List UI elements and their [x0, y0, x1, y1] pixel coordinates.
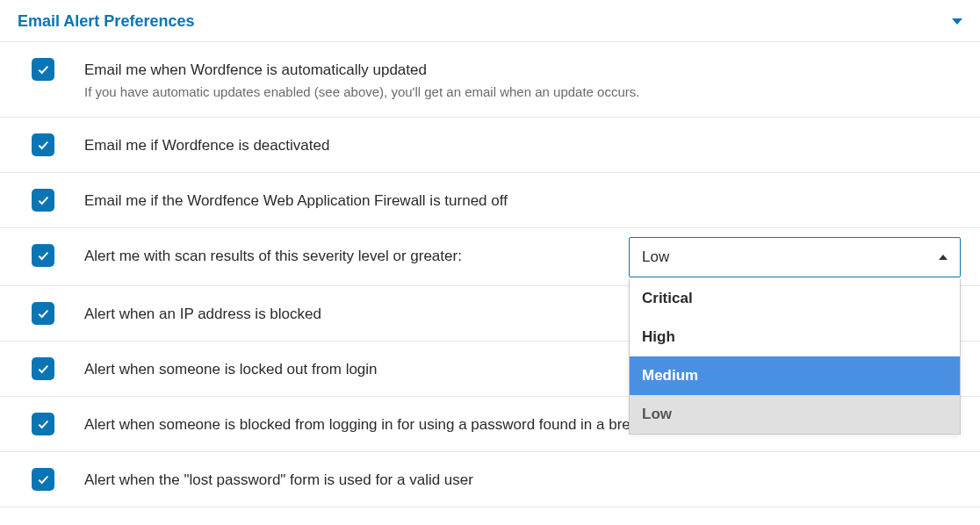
label-block: Email me when Wordfence is automatically…	[84, 58, 962, 101]
checkbox-lockout[interactable]	[32, 357, 54, 380]
caret-down-icon	[952, 18, 962, 25]
caret-up-icon	[939, 255, 948, 260]
check-icon	[36, 472, 50, 486]
check-icon	[36, 193, 50, 207]
severity-option-high[interactable]: High	[630, 318, 960, 356]
severity-select-value: Low	[642, 248, 669, 266]
checkbox-waf-off[interactable]	[32, 189, 54, 212]
severity-option-critical[interactable]: Critical	[630, 279, 960, 318]
check-icon	[36, 362, 50, 376]
check-icon	[36, 138, 50, 152]
label-block: Email me if the Wordfence Web Applicatio…	[84, 189, 962, 212]
severity-select-wrapper: Low Critical High Medium Low	[629, 237, 961, 277]
checkbox-deactivated[interactable]	[32, 133, 54, 156]
severity-option-medium[interactable]: Medium	[630, 356, 960, 395]
section-header[interactable]: Email Alert Preferences	[0, 0, 980, 42]
checkbox-severity[interactable]	[32, 244, 54, 267]
setting-row: Email me if the Wordfence Web Applicatio…	[0, 173, 980, 228]
severity-select[interactable]: Low	[629, 237, 961, 277]
check-icon	[36, 248, 50, 262]
check-icon	[36, 62, 50, 76]
setting-label: Alert when the "lost password" form is u…	[84, 470, 962, 491]
setting-label: Email me if the Wordfence Web Applicatio…	[84, 191, 962, 212]
severity-option-low[interactable]: Low	[630, 395, 960, 434]
severity-dropdown: Critical High Medium Low	[629, 279, 961, 435]
setting-label: Email me when Wordfence is automatically…	[84, 60, 962, 81]
section-title: Email Alert Preferences	[18, 12, 194, 31]
setting-row: Email me when Wordfence is automatically…	[0, 42, 980, 118]
setting-label: Email me if Wordfence is deactivated	[84, 135, 962, 156]
checkbox-lost-password[interactable]	[32, 468, 54, 491]
setting-sublabel: If you have automatic updates enabled (s…	[84, 83, 962, 101]
label-block: Alert when the "lost password" form is u…	[84, 468, 962, 491]
label-block: Email me if Wordfence is deactivated	[84, 133, 962, 156]
setting-row: Alert me with scan results of this sever…	[0, 228, 980, 286]
check-icon	[36, 417, 50, 431]
checkbox-ip-blocked[interactable]	[32, 302, 54, 325]
setting-row: Email me if Wordfence is deactivated	[0, 118, 980, 173]
check-icon	[36, 306, 50, 320]
checkbox-auto-update[interactable]	[32, 58, 54, 81]
setting-row: Alert when the "lost password" form is u…	[0, 452, 980, 507]
checkbox-breach-password[interactable]	[32, 413, 54, 435]
